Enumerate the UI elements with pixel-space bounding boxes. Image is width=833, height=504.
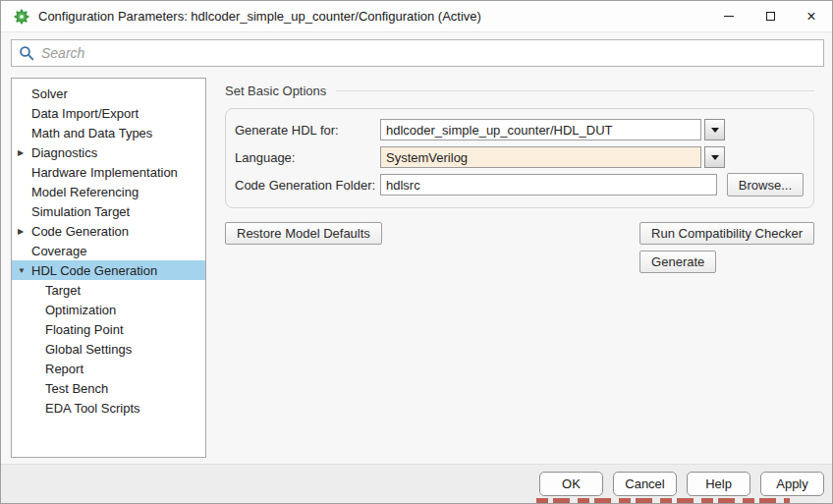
sidebar-item-global-settings[interactable]: Global Settings	[12, 339, 205, 359]
cancel-button[interactable]: Cancel	[613, 472, 677, 496]
watermark-artifact	[536, 498, 790, 503]
language-dropdown-button[interactable]	[704, 146, 725, 168]
sidebar-item-math-and-data-types[interactable]: Math and Data Types	[12, 123, 205, 142]
search-input[interactable]	[41, 45, 816, 61]
dropdown-arrow-icon	[711, 155, 719, 160]
generate-button[interactable]: Generate	[639, 251, 716, 273]
sidebar-item-label: Math and Data Types	[31, 126, 152, 140]
help-button[interactable]: Help	[687, 472, 750, 496]
sidebar-item-label: Test Bench	[45, 381, 108, 396]
sidebar-item-data-import-export[interactable]: Data Import/Export	[12, 103, 205, 123]
ok-button[interactable]: OK	[539, 472, 603, 496]
sidebar-item-hdl-code-generation[interactable]: ▼ HDL Code Generation	[12, 260, 205, 280]
search-icon	[19, 45, 34, 61]
sidebar-item-floating-point[interactable]: Floating Point	[12, 319, 205, 339]
sidebar-item-label: EDA Tool Scripts	[45, 401, 140, 416]
sidebar-item-simulation-target[interactable]: Simulation Target	[12, 201, 205, 221]
sidebar-item-hardware-implementation[interactable]: Hardware Implementation	[12, 162, 205, 182]
main-panel: Set Basic Options Generate HDL for: hdlc…	[225, 84, 814, 273]
simulink-config-gear-icon	[14, 9, 29, 25]
run-compatibility-checker-button[interactable]: Run Compatibility Checker	[639, 222, 814, 245]
sidebar-item-coverage[interactable]: Coverage	[12, 241, 205, 260]
sidebar-item-label: Report	[45, 362, 83, 376]
sidebar-item-label: Simulation Target	[31, 204, 130, 219]
sidebar-item-label: Coverage	[31, 244, 86, 258]
sidebar-item-label: Hardware Implementation	[31, 165, 178, 180]
dropdown-arrow-icon	[711, 128, 719, 133]
section-title-text: Set Basic Options	[225, 84, 326, 98]
field-row-code-generation-folder: Code Generation Folder: Browse...	[235, 174, 804, 196]
sidebar-item-eda-tool-scripts[interactable]: EDA Tool Scripts	[12, 398, 205, 418]
browse-button[interactable]: Browse...	[727, 173, 804, 196]
close-button[interactable]: ×	[791, 1, 832, 31]
language-label: Language:	[235, 150, 380, 165]
sidebar-item-label: Model Referencing	[31, 185, 139, 199]
sidebar-item-label: Diagnostics	[31, 145, 97, 160]
sidebar-item-label: Floating Point	[45, 322, 124, 337]
tree-expanded-icon[interactable]: ▼	[18, 266, 31, 275]
language-combo[interactable]: SystemVerilog	[380, 146, 701, 168]
sidebar-item-label: Global Settings	[45, 342, 132, 357]
tree-collapsed-icon[interactable]: ▶	[18, 148, 31, 157]
field-row-generate-hdl-for: Generate HDL for: hdlcoder_simple_up_cou…	[235, 119, 804, 140]
code-generation-folder-input[interactable]	[380, 174, 717, 196]
section-rule	[336, 90, 814, 91]
section-title: Set Basic Options	[225, 84, 814, 98]
generate-hdl-for-dropdown-button[interactable]	[704, 119, 725, 140]
combo-value: SystemVerilog	[386, 150, 468, 165]
action-column: Run Compatibility Checker Generate	[639, 222, 814, 273]
search-bar	[11, 39, 824, 67]
generate-hdl-for-label: Generate HDL for:	[235, 123, 380, 138]
minimize-icon	[724, 16, 734, 17]
apply-button[interactable]: Apply	[760, 472, 824, 496]
maximize-button[interactable]	[750, 1, 791, 31]
action-row: Restore Model Defaults Run Compatibility…	[225, 222, 814, 273]
close-icon: ×	[806, 9, 815, 25]
sidebar-item-diagnostics[interactable]: ▶ Diagnostics	[12, 142, 205, 162]
sidebar-item-label: Code Generation	[31, 224, 129, 239]
window-controls: ×	[708, 1, 832, 31]
sidebar-item-label: Target	[45, 283, 81, 298]
sidebar-item-target[interactable]: Target	[12, 280, 205, 300]
window-title: Configuration Parameters: hdlcoder_simpl…	[38, 9, 481, 24]
sidebar-item-report[interactable]: Report	[12, 359, 205, 378]
titlebar: Configuration Parameters: hdlcoder_simpl…	[1, 1, 832, 32]
sidebar-item-test-bench[interactable]: Test Bench	[12, 378, 205, 398]
sidebar-item-label: Data Import/Export	[31, 106, 139, 121]
restore-model-defaults-button[interactable]: Restore Model Defaults	[225, 222, 382, 245]
minimize-button[interactable]	[708, 1, 750, 31]
sidebar-item-label: Optimization	[45, 303, 116, 317]
combo-value: hdlcoder_simple_up_counter/HDL_DUT	[386, 123, 613, 138]
sidebar-item-model-referencing[interactable]: Model Referencing	[12, 182, 205, 201]
generate-hdl-for-combo[interactable]: hdlcoder_simple_up_counter/HDL_DUT	[380, 119, 701, 140]
sidebar-item-label: HDL Code Generation	[31, 263, 157, 278]
footer-bar: OK Cancel Help Apply	[1, 464, 832, 503]
sidebar-item-code-generation[interactable]: ▶ Code Generation	[12, 221, 205, 241]
maximize-icon	[766, 12, 775, 21]
sidebar-item-optimization[interactable]: Optimization	[12, 300, 205, 319]
sidebar-item-solver[interactable]: Solver	[12, 84, 205, 103]
sidebar-item-label: Solver	[31, 86, 68, 101]
code-generation-folder-label: Code Generation Folder:	[235, 178, 380, 193]
configuration-parameters-dialog: Configuration Parameters: hdlcoder_simpl…	[0, 0, 833, 504]
sidebar-tree: Solver Data Import/Export Math and Data …	[11, 78, 206, 458]
tree-collapsed-icon[interactable]: ▶	[18, 227, 31, 236]
field-row-language: Language: SystemVerilog	[235, 146, 804, 168]
basic-options-groupbox: Generate HDL for: hdlcoder_simple_up_cou…	[225, 108, 814, 208]
